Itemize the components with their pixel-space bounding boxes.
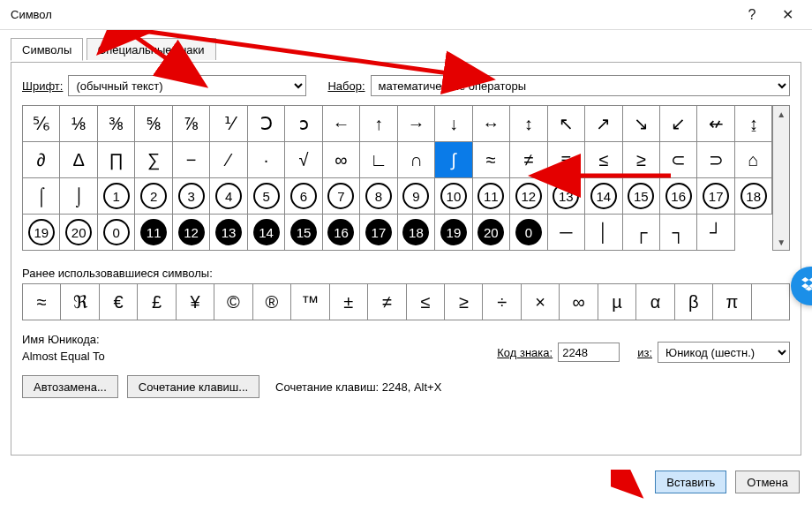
symbol-cell[interactable]: 17 (360, 215, 397, 251)
symbol-cell[interactable]: ↖ (548, 106, 585, 142)
symbol-cell[interactable]: ≤ (585, 142, 622, 178)
recent-cell[interactable]: β (675, 284, 713, 320)
symbol-cell[interactable]: 4 (210, 178, 247, 215)
cancel-button[interactable]: Отмена (735, 471, 800, 493)
symbol-cell[interactable]: ⅟ (210, 106, 247, 142)
symbol-cell[interactable]: ∩ (398, 142, 435, 178)
symbol-cell[interactable]: 14 (585, 178, 622, 215)
symbol-cell[interactable]: 2 (135, 178, 172, 215)
recent-cell[interactable]: × (522, 284, 560, 320)
recent-cell[interactable]: ¥ (177, 284, 214, 320)
symbol-cell[interactable]: ⌠ (23, 178, 60, 215)
symbol-cell[interactable]: 15 (623, 178, 660, 215)
symbol-cell[interactable]: 19 (435, 215, 472, 251)
symbol-cell[interactable]: ─ (548, 215, 585, 251)
symbol-cell[interactable]: ∏ (98, 142, 135, 178)
set-select[interactable]: математические операторы (371, 75, 790, 96)
symbol-cell[interactable]: 5 (248, 178, 285, 215)
recent-cell[interactable]: ≥ (445, 284, 483, 320)
recent-cell[interactable]: ™ (291, 284, 329, 320)
symbol-cell[interactable]: 0 (510, 215, 547, 251)
symbol-cell[interactable]: ⅝ (135, 106, 172, 142)
symbol-cell[interactable]: 19 (23, 215, 60, 251)
symbol-cell[interactable]: ┌ (623, 215, 660, 251)
symbol-cell[interactable]: ⅜ (98, 106, 135, 142)
symbol-cell[interactable]: ↕ (510, 106, 547, 142)
symbol-cell[interactable]: │ (585, 215, 622, 251)
symbol-cell[interactable]: ≈ (473, 142, 510, 178)
symbol-cell[interactable]: ┘ (697, 215, 734, 251)
recent-cell[interactable]: ≠ (368, 284, 406, 320)
symbol-cell[interactable]: ≠ (510, 142, 547, 178)
symbol-cell[interactable]: ↓ (435, 106, 472, 142)
symbol-cell[interactable]: ∟ (360, 142, 397, 178)
symbol-cell[interactable]: ⅞ (173, 106, 210, 142)
tab-special[interactable]: Специальные знаки (86, 38, 216, 60)
symbol-cell[interactable]: ⊂ (660, 142, 697, 178)
recent-cell[interactable]: € (100, 284, 138, 320)
symbol-cell[interactable]: 20 (473, 215, 510, 251)
symbol-cell[interactable]: Ↄ (248, 106, 285, 142)
from-select[interactable]: Юникод (шестн.) (658, 342, 790, 363)
symbol-cell[interactable]: ∞ (323, 142, 360, 178)
help-button[interactable]: ? (734, 3, 770, 27)
recent-cell[interactable]: ± (330, 284, 368, 320)
recent-cell[interactable]: ® (253, 284, 291, 320)
symbol-cell[interactable]: 18 (735, 178, 772, 215)
insert-button[interactable]: Вставить (655, 471, 726, 493)
grid-scrollbar[interactable]: ▲ ▼ (772, 106, 789, 251)
symbol-cell[interactable]: 12 (510, 178, 547, 215)
symbol-cell[interactable]: 18 (398, 215, 435, 251)
symbol-cell[interactable]: ← (323, 106, 360, 142)
symbol-cell[interactable]: ∑ (135, 142, 172, 178)
symbol-cell[interactable]: 15 (285, 215, 322, 251)
symbol-cell[interactable]: 14 (248, 215, 285, 251)
symbol-cell[interactable]: 11 (135, 215, 172, 251)
symbol-cell[interactable]: 17 (697, 178, 734, 215)
symbol-cell[interactable]: − (173, 142, 210, 178)
symbol-cell[interactable]: 10 (435, 178, 472, 215)
symbol-cell[interactable]: ≥ (623, 142, 660, 178)
symbol-cell[interactable]: 12 (173, 215, 210, 251)
close-button[interactable]: ✕ (770, 3, 805, 27)
recent-cell[interactable]: © (214, 284, 252, 320)
symbol-cell[interactable]: 3 (173, 178, 210, 215)
symbol-cell[interactable]: ≡ (548, 142, 585, 178)
symbol-cell[interactable]: 9 (398, 178, 435, 215)
symbol-cell[interactable]: ∫ (435, 142, 472, 178)
symbol-cell[interactable]: → (398, 106, 435, 142)
symbol-cell[interactable]: 8 (360, 178, 397, 215)
symbol-cell[interactable]: 6 (285, 178, 322, 215)
recent-cell[interactable]: π (713, 284, 751, 320)
autocorrect-button[interactable]: Автозамена... (22, 375, 118, 398)
symbol-cell[interactable]: ⌡ (60, 178, 97, 215)
shortcut-button[interactable]: Сочетание клавиш... (127, 375, 259, 398)
recent-cell[interactable]: ℜ (61, 284, 99, 320)
symbol-cell[interactable]: ⊃ (697, 142, 734, 178)
symbol-cell[interactable]: 20 (60, 215, 97, 251)
symbol-cell[interactable]: ∂ (23, 142, 60, 178)
scroll-up-icon[interactable]: ▲ (773, 106, 789, 122)
symbol-cell[interactable]: 16 (323, 215, 360, 251)
recent-cell[interactable]: µ (598, 284, 636, 320)
symbol-cell[interactable]: ↔ (473, 106, 510, 142)
recent-cell[interactable]: £ (138, 284, 176, 320)
recent-cell[interactable]: ≤ (407, 284, 445, 320)
code-input[interactable] (558, 343, 620, 362)
symbol-cell[interactable]: 1 (98, 178, 135, 215)
tab-symbols[interactable]: Символы (11, 38, 83, 61)
symbol-cell[interactable]: 13 (548, 178, 585, 215)
recent-cell[interactable]: ∞ (560, 284, 598, 320)
font-select[interactable]: (обычный текст) (68, 75, 306, 96)
symbol-cell[interactable]: 7 (323, 178, 360, 215)
symbol-cell[interactable]: Δ (60, 142, 97, 178)
symbol-cell[interactable]: ⅛ (60, 106, 97, 142)
recent-cell[interactable]: α (636, 284, 674, 320)
symbol-cell[interactable]: ⅚ (23, 106, 60, 142)
symbol-cell[interactable]: 13 (210, 215, 247, 251)
symbol-cell[interactable]: ↙ (660, 106, 697, 142)
symbol-cell[interactable]: ↑ (360, 106, 397, 142)
recent-cell[interactable]: ≈ (23, 284, 61, 320)
symbol-cell[interactable]: ∕ (210, 142, 247, 178)
symbol-cell[interactable]: ↗ (585, 106, 622, 142)
